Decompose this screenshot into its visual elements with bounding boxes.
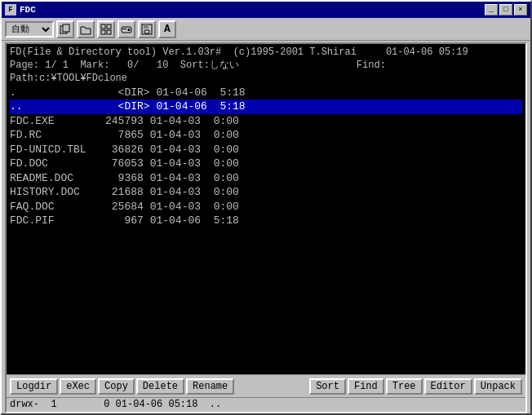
unpack-button[interactable]: Unpack: [474, 378, 522, 395]
file-row[interactable]: FDC.PIF 967 01-04-06 5:18: [10, 214, 522, 228]
svg-rect-5: [107, 30, 111, 34]
app-icon: F: [5, 4, 16, 15]
folder-button[interactable]: [77, 20, 95, 38]
svg-rect-1: [63, 24, 69, 32]
title-buttons: _ □ ×: [485, 4, 527, 15]
file-row[interactable]: FD.DOC 76053 01-04-03 0:00: [10, 157, 522, 171]
sort-button[interactable]: Sort: [309, 378, 346, 395]
svg-rect-11: [144, 30, 149, 33]
editor-button[interactable]: Editor: [424, 378, 472, 395]
content-area: FD(File & Directory tool) Ver.1.03r# (c)…: [2, 41, 530, 413]
logdir-button[interactable]: Logdir: [10, 378, 58, 395]
button-bar: Logdir eXec Copy Delete Rename Sort Find…: [7, 374, 525, 397]
app-header-line2: Page: 1/ 1 Mark: 0/ 10 Sort:しない Find:: [10, 59, 522, 72]
exec-button[interactable]: eXec: [60, 378, 96, 395]
file-row[interactable]: README.DOC 9368 01-04-03 0:00: [10, 171, 522, 186]
title-bar-left: F FDC: [5, 4, 36, 15]
tree-button[interactable]: Tree: [386, 378, 423, 395]
file-list: . <DIR> 01-04-06 5:18.. <DIR> 01-04-06 5…: [10, 86, 522, 228]
app-header-line1: FD(File & Directory tool) Ver.1.03r# (c)…: [10, 46, 522, 59]
file-row[interactable]: . <DIR> 01-04-06 5:18: [10, 86, 522, 100]
font-button[interactable]: A: [158, 20, 176, 38]
maximize-button[interactable]: □: [499, 4, 512, 15]
status-bar: drwx- 1 0 01-04-06 05:18 ..: [7, 397, 525, 412]
close-button[interactable]: ×: [514, 4, 527, 15]
app-window: F FDC _ □ × 自動: [0, 0, 532, 415]
file-row[interactable]: HISTORY.DOC 21688 01-04-03 0:00: [10, 185, 522, 200]
copy-button[interactable]: Copy: [98, 378, 135, 395]
svg-rect-2: [101, 24, 105, 29]
find-button[interactable]: Find: [348, 378, 384, 395]
svg-point-7: [128, 29, 131, 31]
svg-rect-10: [144, 24, 149, 29]
svg-rect-8: [122, 29, 126, 29]
rename-button[interactable]: Rename: [186, 378, 234, 395]
file-row[interactable]: FAQ.DOC 25684 01-04-03 0:00: [10, 200, 522, 214]
file-row[interactable]: FD-UNICD.TBL 36826 01-04-03 0:00: [10, 143, 522, 157]
copy-files-button[interactable]: [56, 20, 74, 38]
app-path-line: Path:c:¥TOOL¥FDclone: [10, 72, 522, 85]
drive-select[interactable]: 自動: [5, 21, 54, 38]
file-row[interactable]: FD.RC 7865 01-04-03 0:00: [10, 128, 522, 143]
delete-button[interactable]: Delete: [136, 378, 184, 395]
file-row[interactable]: FDC.EXE 245793 01-04-03 0:00: [10, 114, 522, 129]
window-title: FDC: [20, 5, 36, 15]
fd-frame: FD(File & Directory tool) Ver.1.03r# (c)…: [5, 42, 527, 413]
minimize-button[interactable]: _: [485, 4, 498, 15]
svg-rect-4: [101, 30, 105, 34]
terminal[interactable]: FD(File & Directory tool) Ver.1.03r# (c)…: [7, 44, 525, 374]
svg-rect-3: [107, 24, 111, 29]
disk-button[interactable]: [138, 20, 156, 38]
grid-button[interactable]: [97, 20, 115, 38]
title-bar: F FDC _ □ ×: [2, 2, 530, 18]
toolbar: 自動: [2, 18, 530, 41]
file-row[interactable]: .. <DIR> 01-04-06 5:18: [10, 99, 522, 114]
drive-icon-button[interactable]: [117, 20, 135, 38]
